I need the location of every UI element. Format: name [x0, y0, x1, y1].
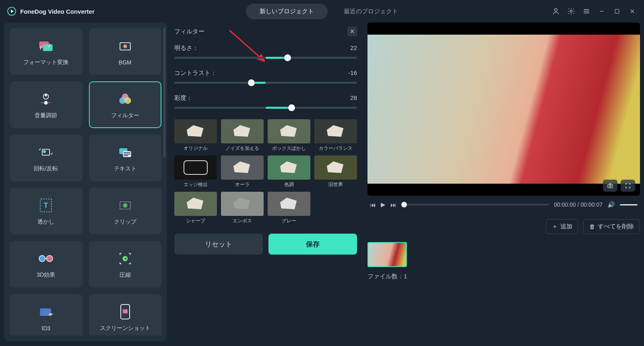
- preset-tone[interactable]: 色調: [268, 155, 310, 188]
- screenshot-icon: [116, 303, 134, 321]
- contrast-slider[interactable]: コントラスト： -16: [174, 69, 357, 84]
- reset-button[interactable]: リセット: [174, 234, 263, 255]
- project-tabs: 新しいプロジェクト 最近のプロジェクト: [246, 4, 398, 19]
- filter-panel: フィルター ✕ 明るさ： 22 コントラスト： -16 彩度： 28 オリジナル: [167, 23, 364, 341]
- tool-label: スクリーンショット: [100, 325, 151, 332]
- hamburger-icon[interactable]: [582, 7, 591, 16]
- contrast-value: -16: [348, 69, 357, 77]
- tool-label: フィルター: [111, 112, 139, 119]
- preset-label: オーラ: [235, 181, 250, 188]
- fullscreen-icon[interactable]: [621, 180, 635, 192]
- next-icon[interactable]: ⏭: [390, 201, 396, 208]
- add-file-button[interactable]: ＋追加: [546, 219, 578, 234]
- settings-icon[interactable]: [567, 7, 576, 16]
- tool-label: クリップ: [114, 218, 136, 226]
- tab-new-project[interactable]: 新しいプロジェクト: [246, 4, 328, 19]
- tool-clip[interactable]: クリップ: [89, 188, 162, 234]
- preset-noise[interactable]: ノイズを加える: [221, 119, 264, 151]
- video-preview[interactable]: [367, 23, 640, 196]
- 3d-icon: [37, 250, 55, 267]
- rotate-icon: [37, 143, 55, 161]
- tool-watermark[interactable]: T透かし: [10, 188, 83, 234]
- svg-point-1: [570, 10, 572, 12]
- svg-point-29: [609, 185, 611, 187]
- tool-rotate[interactable]: 回転/反転: [10, 135, 83, 181]
- maximize-icon[interactable]: [613, 7, 621, 16]
- preset-label: エッジ検出: [184, 181, 208, 188]
- saturation-slider[interactable]: 彩度： 28: [174, 94, 357, 109]
- play-icon[interactable]: ▶: [381, 201, 386, 208]
- preset-label: オリジナル: [184, 145, 208, 151]
- tool-compress[interactable]: 圧縮: [89, 241, 162, 288]
- volume-slider[interactable]: [620, 204, 638, 205]
- preview-frame: [367, 35, 640, 184]
- account-icon[interactable]: [551, 7, 560, 16]
- svg-rect-26: [123, 309, 128, 313]
- preset-old[interactable]: 旧世界: [314, 155, 357, 188]
- preset-box[interactable]: ボックスぼかし: [268, 119, 310, 151]
- preset-thumbnail: [221, 155, 264, 180]
- tool-filter[interactable]: フィルター: [89, 81, 162, 128]
- saturation-label: 彩度：: [174, 94, 192, 102]
- tab-recent-project[interactable]: 最近のプロジェクト: [344, 8, 398, 15]
- preset-label: グレー: [282, 218, 296, 224]
- preset-thumbnail: [314, 119, 357, 143]
- close-icon[interactable]: [628, 7, 637, 16]
- tool-label: 3D効果: [37, 271, 55, 279]
- watermark-icon: T: [37, 197, 55, 214]
- volume-icon[interactable]: 🔊: [607, 201, 615, 208]
- preset-label: シャープ: [186, 218, 205, 224]
- preset-thumbnail: [174, 192, 217, 216]
- tool-screenshot[interactable]: スクリーンショット: [89, 294, 162, 336]
- volume-icon: [37, 90, 55, 108]
- brand: FoneDog Video Converter: [7, 7, 95, 16]
- preset-v1[interactable]: カラーバランス: [314, 119, 357, 151]
- svg-point-11: [124, 97, 131, 104]
- svg-point-0: [555, 8, 557, 11]
- tool-volume[interactable]: 音量調節: [10, 81, 83, 128]
- scrubber[interactable]: [401, 204, 549, 205]
- trash-icon: 🗑: [589, 223, 595, 230]
- svg-point-8: [45, 102, 47, 104]
- prev-icon[interactable]: ⏮: [370, 201, 376, 208]
- file-count-label: ファイル数：1: [367, 273, 640, 280]
- svg-point-6: [123, 44, 127, 48]
- tool-format[interactable]: フォーマット変換: [10, 28, 83, 75]
- preset-thumbnail: [174, 155, 217, 180]
- svg-text:T: T: [44, 201, 48, 209]
- tool-text[interactable]: テキスト: [89, 135, 162, 181]
- preset-edge[interactable]: エッジ検出: [174, 155, 217, 188]
- tool-3d[interactable]: 3D効果: [10, 241, 83, 288]
- delete-all-button[interactable]: 🗑すべてを削除: [583, 219, 640, 234]
- close-panel-button[interactable]: ✕: [347, 27, 357, 36]
- tool-label: ID3: [41, 325, 50, 331]
- tool-label: フォーマット変換: [23, 59, 68, 66]
- preset-thumbnail: [221, 192, 264, 216]
- preset-emboss[interactable]: エンボス: [221, 192, 264, 224]
- brightness-value: 22: [350, 44, 357, 52]
- saturation-value: 28: [350, 94, 357, 102]
- preset-thumbnail: [314, 155, 357, 180]
- tool-id3[interactable]: ID3: [10, 294, 83, 336]
- preset-grey[interactable]: グレー: [268, 192, 310, 224]
- tool-label: 透かし: [37, 218, 54, 226]
- brightness-slider[interactable]: 明るさ： 22: [174, 44, 357, 59]
- time-display: 00:00:00 / 00:00:07: [554, 201, 603, 208]
- preset-thumbnail: [268, 119, 310, 143]
- svg-point-21: [47, 255, 53, 261]
- snapshot-icon[interactable]: [603, 180, 617, 192]
- svg-rect-2: [615, 9, 619, 13]
- preset-sharp[interactable]: シャープ: [174, 192, 217, 224]
- save-button[interactable]: 保存: [268, 234, 357, 255]
- preset-label: エンボス: [233, 218, 252, 224]
- sidebar-scrollbar[interactable]: [163, 28, 165, 157]
- svg-point-19: [123, 203, 127, 208]
- minimize-icon[interactable]: [597, 7, 606, 16]
- preset-aura[interactable]: オーラ: [221, 155, 264, 188]
- preset-thumbnail: [174, 119, 217, 143]
- compress-icon: [116, 250, 134, 267]
- preset-v1[interactable]: オリジナル: [174, 119, 217, 151]
- preset-grid: オリジナルノイズを加えるボックスぼかしカラーバランスエッジ検出オーラ色調旧世界シ…: [174, 119, 357, 224]
- file-thumbnail[interactable]: [367, 242, 407, 267]
- tool-bgm[interactable]: BGM: [89, 28, 162, 75]
